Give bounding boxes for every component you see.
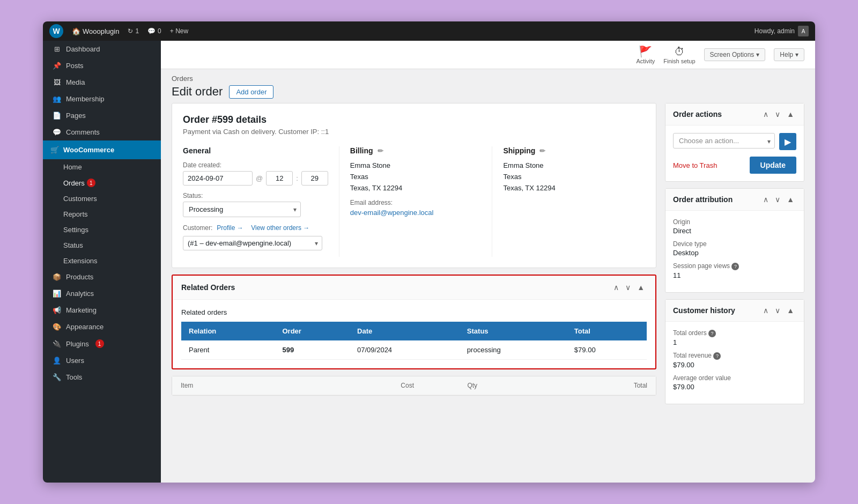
view-other-orders-link[interactable]: View other orders → <box>251 224 309 232</box>
site-name[interactable]: 🏠 Woooplugin <box>72 27 119 35</box>
sidebar-item-products[interactable]: 📦 Products <box>43 269 161 285</box>
sidebar-item-orders[interactable]: Orders 1 <box>43 175 161 191</box>
email-link[interactable]: dev-email@wpengine.local <box>350 209 434 217</box>
finish-setup-action[interactable]: ⏱ Finish setup <box>663 46 695 64</box>
updates-item[interactable]: ↻ 1 <box>128 27 139 35</box>
collapse-down-button[interactable]: ∨ <box>623 282 633 293</box>
col-status: Status <box>460 322 567 340</box>
history-up[interactable]: ∧ <box>761 305 771 316</box>
order-actions-down[interactable]: ∨ <box>773 109 782 120</box>
new-item[interactable]: + New <box>170 27 188 35</box>
device-label: Device type <box>673 240 796 248</box>
sidebar-item-dashboard[interactable]: ⊞ Dashboard <box>43 41 161 57</box>
related-orders-box: Related Orders ∧ ∨ ▲ Related orders <box>172 275 656 369</box>
sidebar-item-settings[interactable]: Settings <box>43 222 161 238</box>
history-close[interactable]: ▲ <box>785 305 796 316</box>
order-actions-up[interactable]: ∧ <box>761 109 771 120</box>
sidebar-item-analytics[interactable]: 📊 Analytics <box>43 285 161 302</box>
table-row: Parent 599 07/09/2024 processing $79.00 <box>181 340 647 360</box>
collapse-up-button[interactable]: ∧ <box>611 282 621 293</box>
box-controls: ∧ ∨ ▲ <box>611 282 647 293</box>
total-orders-help[interactable]: ? <box>708 330 716 337</box>
order-attribution-box: Order attribution ∧ ∨ ▲ Origin Direct <box>665 188 804 293</box>
sidebar-item-customers[interactable]: Customers <box>43 191 161 206</box>
plugins-icon: 🔌 <box>52 340 62 348</box>
billing-edit-icon[interactable]: ✏ <box>378 147 383 155</box>
action-select[interactable]: Choose an action... <box>673 133 775 149</box>
sidebar-item-media[interactable]: 🖼 Media <box>43 74 161 91</box>
sidebar-item-appearance[interactable]: 🎨 Appearance <box>43 318 161 335</box>
main-column: Order #599 details Payment via Cash on d… <box>172 103 656 472</box>
order-actions-close[interactable]: ▲ <box>785 109 796 120</box>
status-select[interactable]: Processing Completed On hold Cancelled R… <box>183 202 301 217</box>
sidebar-item-plugins[interactable]: 🔌 Plugins 1 <box>43 335 161 352</box>
at-symbol: @ <box>256 174 263 182</box>
session-label: Session page views ? <box>673 262 796 270</box>
avg-order-row: Average order value $79.00 <box>673 374 796 391</box>
session-help-icon[interactable]: ? <box>731 263 739 270</box>
billing-address: Emma Stone Texas Texas, TX 12294 <box>350 160 482 194</box>
total-revenue-value: $79.00 <box>673 361 796 369</box>
sidebar-item-status[interactable]: Status <box>43 238 161 253</box>
membership-icon: 👥 <box>52 95 62 103</box>
shipping-edit-icon[interactable]: ✏ <box>539 147 545 155</box>
media-icon: 🖼 <box>52 78 62 86</box>
page-title: Edit order <box>172 85 223 99</box>
time-hour-input[interactable] <box>266 171 293 186</box>
move-to-trash-link[interactable]: Move to Trash <box>673 161 717 169</box>
sidebar-item-comments[interactable]: 💬 Comments <box>43 124 161 140</box>
sidebar-item-posts[interactable]: 📌 Posts <box>43 57 161 74</box>
customer-select[interactable]: (#1 – dev-email@wpengine.local) <box>183 236 322 250</box>
action-links: Move to Trash Update <box>673 157 796 174</box>
history-down[interactable]: ∨ <box>773 305 782 316</box>
related-orders-table: Relation Order Date Status Total Parent <box>181 322 647 360</box>
content-top-bar: 🚩 Activity ⏱ Finish setup Screen Options… <box>161 41 815 69</box>
sidebar-item-pages[interactable]: 📄 Pages <box>43 107 161 124</box>
run-action-button[interactable]: ▶ <box>779 133 796 150</box>
help-button[interactable]: Help ▾ <box>774 48 804 61</box>
comments-item[interactable]: 💬 0 <box>147 27 161 35</box>
device-row: Device type Desktop <box>673 240 796 257</box>
qty-col-header: Qty <box>414 382 531 389</box>
sidebar-item-users[interactable]: 👤 Users <box>43 352 161 369</box>
shipping-heading: Shipping <box>503 146 535 155</box>
customer-history-body: Total orders ? 1 Total revenue ? <box>665 322 804 404</box>
col-date: Date <box>350 322 460 340</box>
date-created-input[interactable] <box>183 171 253 186</box>
screen-options-button[interactable]: Screen Options ▾ <box>704 48 766 61</box>
order-details-title: Order #599 details <box>183 114 645 125</box>
sidebar-item-marketing[interactable]: 📢 Marketing <box>43 302 161 318</box>
avg-order-label: Average order value <box>673 374 796 382</box>
sidebar-item-membership[interactable]: 👥 Membership <box>43 91 161 107</box>
sidebar-item-woo-home[interactable]: Home <box>43 159 161 175</box>
wp-logo[interactable]: W <box>49 24 63 38</box>
activity-action[interactable]: 🚩 Activity <box>636 45 655 64</box>
admin-bar: W 🏠 Woooplugin ↻ 1 💬 0 + New Howdy, admi… <box>43 21 815 41</box>
attribution-up[interactable]: ∧ <box>761 194 771 205</box>
total-revenue-help[interactable]: ? <box>713 352 721 360</box>
sidebar-item-tools[interactable]: 🔧 Tools <box>43 369 161 386</box>
add-order-button[interactable]: Add order <box>229 85 273 99</box>
users-icon: 👤 <box>52 357 62 365</box>
update-button[interactable]: Update <box>750 157 796 174</box>
woocommerce-header[interactable]: 🛒 WooCommerce <box>43 140 161 159</box>
total-orders-value: 1 <box>673 338 796 346</box>
related-orders-header: Related Orders ∧ ∨ ▲ <box>173 276 655 300</box>
customer-links: Profile → View other orders → <box>217 224 309 232</box>
sidebar-item-reports[interactable]: Reports <box>43 206 161 222</box>
sidebar-item-extensions[interactable]: Extensions <box>43 253 161 269</box>
breadcrumb: Orders <box>172 75 804 83</box>
time-min-input[interactable] <box>301 171 328 186</box>
profile-link[interactable]: Profile → <box>217 224 243 232</box>
col-total: Total <box>567 322 647 340</box>
order-general-section: General Date created: @ : <box>183 146 339 257</box>
attribution-down[interactable]: ∨ <box>773 194 782 205</box>
orders-badge: 1 <box>87 179 95 187</box>
close-box-button[interactable]: ▲ <box>635 282 647 293</box>
origin-label: Origin <box>673 218 796 226</box>
marketing-icon: 📢 <box>52 306 62 314</box>
right-sidebar: Order actions ∧ ∨ ▲ Choos <box>665 103 804 472</box>
pages-icon: 📄 <box>52 112 62 120</box>
attribution-close[interactable]: ▲ <box>785 194 796 205</box>
total-cell: $79.00 <box>567 340 647 360</box>
